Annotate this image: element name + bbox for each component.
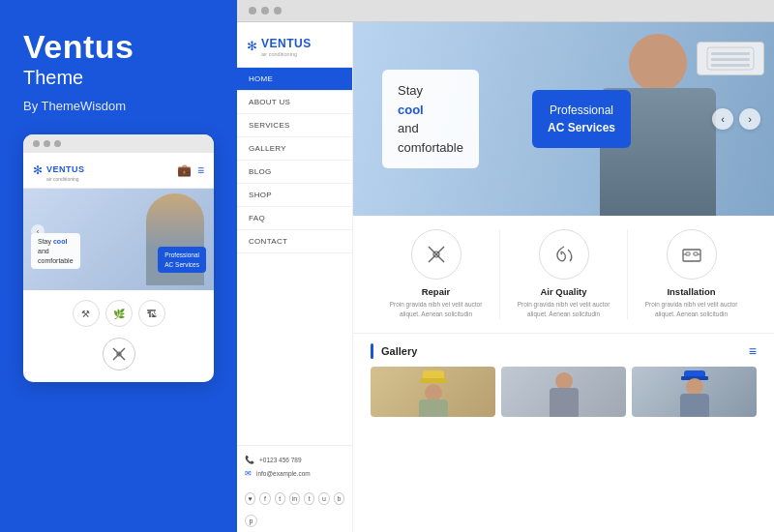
hero-prev-button[interactable]: ‹ [712, 108, 733, 130]
right-panel: ✻ VENTUS air conditioning HOME ABOUT US … [237, 0, 774, 532]
nav-item-blog[interactable]: BLOG [237, 161, 352, 184]
nav-item-faq[interactable]: FAQ [237, 207, 352, 230]
hero-comfortable-text: comfortable [38, 257, 74, 264]
left-panel: Ventus Theme By ThemeWisdom ✻ VENTUS air… [0, 0, 237, 532]
gallery-title-row: Gallery [371, 343, 417, 359]
service-air-quality: Air Quality Proin gravida nibh vel velit… [500, 229, 628, 319]
hero-and: and [398, 119, 463, 138]
hard-hat-brim [420, 378, 447, 383]
gallery-thumb-1-inner [371, 367, 495, 417]
nav-item-contact[interactable]: CONTACT [237, 230, 352, 253]
gallery-thumb-3 [632, 367, 757, 417]
mobile-nav-icons: 💼 ≡ [177, 163, 204, 177]
hero-blue-badge: Professional AC Services [532, 90, 631, 148]
desktop-logo-text: VENTUS [261, 37, 312, 50]
hero-next-button[interactable]: › [739, 108, 760, 130]
desktop-logo-star-icon: ✻ [247, 39, 257, 53]
svg-rect-12 [694, 252, 698, 255]
desktop-logo-area: ✻ VENTUS air conditioning [237, 22, 352, 68]
gallery-section: Gallery ≡ [353, 333, 774, 533]
social-twitter-icon[interactable]: t [275, 492, 285, 505]
social-vimeo-icon[interactable]: u [318, 492, 329, 505]
hero-and-text: and [38, 248, 49, 254]
hero-arrow-pair: ‹ › [712, 108, 760, 130]
service-repair: Repair Proin gravida nibh vel velit auct… [372, 229, 500, 319]
gallery-images [371, 367, 757, 417]
mobile-hero-badge: Professional AC Services [158, 247, 206, 274]
service-installation: Installation Proin gravida nibh vel veli… [628, 229, 755, 319]
hero-comfortable: comfortable [398, 138, 463, 158]
mobile-hero-text: Stay cool and comfortable [31, 233, 80, 269]
briefcase-icon: 💼 [177, 163, 192, 177]
nav-item-home[interactable]: HOME [237, 68, 352, 91]
mobile-services-row: ⚒ 🌿 🏗 [23, 290, 214, 332]
contact-phone: 📞 +0123 456 789 [245, 456, 344, 464]
social-heart-icon[interactable]: ♥ [245, 492, 255, 505]
hero-stay-text: Stay [38, 238, 51, 245]
social-icons-row: ♥ f t in t u b [237, 488, 352, 510]
mobile-dot-3 [54, 140, 61, 147]
hero-badge-line1: Professional [548, 102, 615, 119]
mobile-logo: ✻ VENTUS air conditioning [33, 159, 85, 182]
contact-email: ✉ info@example.com [245, 469, 344, 478]
mobile-service-install-icon: 🏗 [138, 300, 165, 327]
service-install-icon [667, 229, 717, 280]
service-air-icon [539, 229, 589, 280]
desktop-contact: 📞 +0123 456 789 ✉ info@example.com [237, 445, 352, 488]
gallery-title: Gallery [381, 345, 417, 357]
gallery-accent-bar [371, 343, 373, 359]
mobile-card-bar [23, 134, 214, 153]
service-install-desc: Proin gravida nibh vel velit auctor aliq… [638, 300, 745, 319]
mobile-nav: ✻ VENTUS air conditioning 💼 ≡ [23, 153, 214, 189]
desktop-main: Stay cool and comfortable Professional A… [353, 22, 774, 532]
social-pinterest-icon[interactable]: p [245, 515, 257, 527]
gallery-menu-icon[interactable]: ≡ [749, 343, 757, 359]
social-facebook-icon[interactable]: f [259, 492, 270, 505]
social-tumblr-icon[interactable]: t [304, 492, 314, 505]
badge-line1: Professional [164, 251, 199, 260]
brand-by: By ThemeWisdom [23, 99, 126, 113]
desktop-hero: Stay cool and comfortable Professional A… [353, 22, 774, 216]
hero-person-head [629, 34, 687, 92]
service-install-title: Installation [667, 286, 715, 297]
hero-cool-text: cool [53, 238, 67, 245]
service-air-title: Air Quality [540, 286, 586, 297]
nav-item-gallery[interactable]: GALLERY [237, 137, 352, 161]
desktop-sidebar: ✻ VENTUS air conditioning HOME ABOUT US … [237, 22, 353, 532]
brand-subtitle: Theme [23, 67, 83, 89]
desktop-logo-sub: air conditioning [261, 51, 312, 57]
gallery-thumb-2 [501, 367, 626, 417]
email-icon: ✉ [245, 469, 252, 478]
hero-stay: Stay [398, 81, 463, 101]
phone-icon: 📞 [245, 456, 254, 464]
thumb-2-person-body [550, 388, 579, 417]
email-address: info@example.com [256, 470, 311, 477]
mobile-repair-icon [103, 338, 135, 370]
browser-dot-2 [261, 7, 269, 15]
nav-item-shop[interactable]: SHOP [237, 184, 352, 207]
service-repair-icon [411, 229, 461, 280]
desktop-logo: ✻ VENTUS air conditioning [247, 34, 342, 57]
mobile-dot-1 [33, 140, 40, 147]
service-air-desc: Proin gravida nibh vel velit auctor aliq… [510, 300, 617, 319]
mobile-logo-star-icon: ✻ [33, 163, 43, 177]
mobile-preview-card: ✻ VENTUS air conditioning 💼 ≡ ‹ › Stay [23, 134, 214, 382]
nav-item-services[interactable]: SERVICES [237, 114, 352, 137]
badge-line2: AC Services [164, 260, 199, 270]
gallery-thumb-1 [371, 367, 495, 417]
browser-bar [237, 0, 774, 22]
services-section: Repair Proin gravida nibh vel velit auct… [353, 216, 774, 333]
mobile-hero: ‹ › Stay cool and comfortable Profession… [23, 189, 214, 290]
hero-text-box: Stay cool and comfortable [382, 70, 479, 168]
social-linkedin-icon[interactable]: in [289, 492, 300, 505]
mobile-dot-2 [44, 140, 50, 147]
browser-dot-3 [274, 7, 282, 15]
hamburger-icon: ≡ [197, 163, 204, 177]
browser-content: ✻ VENTUS air conditioning HOME ABOUT US … [237, 22, 774, 532]
svg-rect-11 [686, 252, 690, 255]
mobile-service-air-icon: 🌿 [105, 300, 133, 327]
social-behance-icon[interactable]: b [334, 492, 344, 505]
nav-item-about[interactable]: ABOUT US [237, 91, 352, 114]
mobile-repair-section [23, 332, 214, 382]
desktop-nav: HOME ABOUT US SERVICES GALLERY BLOG SHOP… [237, 68, 352, 253]
